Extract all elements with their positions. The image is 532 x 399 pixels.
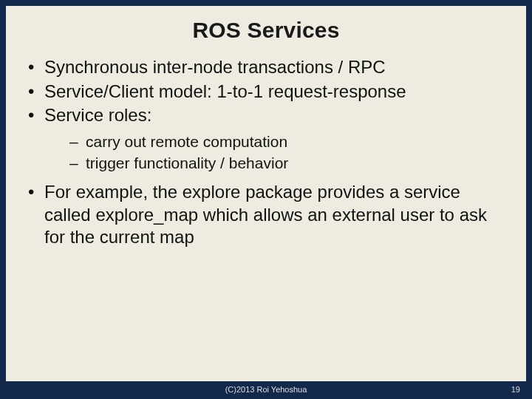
sub-bullet-item: trigger functionality / behavior (69, 153, 505, 174)
sub-bullet-item: carry out remote computation (69, 132, 505, 152)
sub-bullet-list: carry out remote computation trigger fun… (44, 132, 505, 174)
bullet-text: Service/Client model: 1-to-1 request-res… (44, 81, 406, 101)
slide-title: ROS Services (27, 18, 505, 43)
slide-footer: (C)2013 Roi Yehoshua 19 (0, 383, 532, 398)
slide-frame: ROS Services Synchronous inter-node tran… (0, 0, 532, 399)
bullet-item: Service roles: carry out remote computat… (27, 104, 505, 174)
footer-copyright: (C)2013 Roi Yehoshua (0, 385, 532, 394)
bullet-item: Service/Client model: 1-to-1 request-res… (27, 81, 505, 103)
slide-body: ROS Services Synchronous inter-node tran… (6, 6, 526, 381)
footer-page-number: 19 (511, 385, 520, 394)
bullet-item: For example, the explore package provide… (27, 181, 505, 249)
bullet-item: Synchronous inter-node transactions / RP… (27, 56, 505, 79)
sub-bullet-text: trigger functionality / behavior (86, 154, 288, 171)
bullet-text: For example, the explore package provide… (44, 182, 487, 247)
bullet-text: Service roles: (44, 105, 151, 125)
bullet-text: Synchronous inter-node transactions / RP… (44, 57, 386, 77)
sub-bullet-text: carry out remote computation (86, 133, 287, 150)
bullet-list: Synchronous inter-node transactions / RP… (27, 56, 505, 249)
